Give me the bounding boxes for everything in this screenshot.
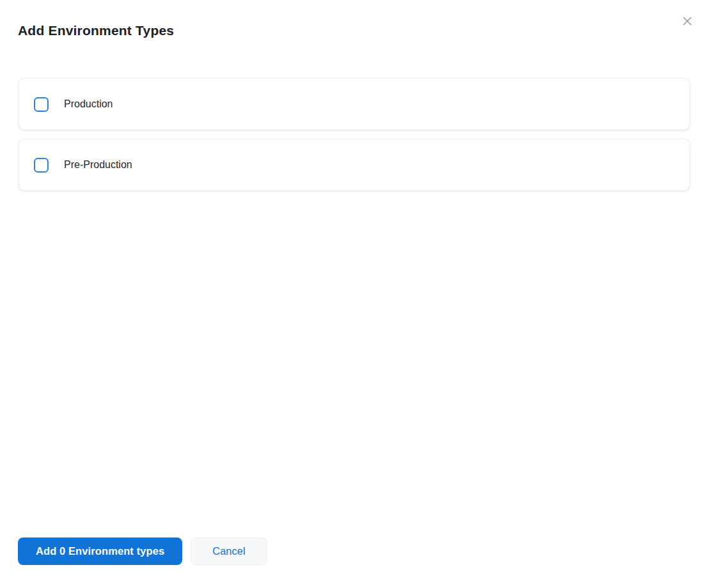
add-environment-types-button[interactable]: Add 0 Environment types xyxy=(18,538,182,565)
dialog-title: Add Environment Types xyxy=(18,23,174,38)
list-item-pre-production[interactable]: Pre-Production xyxy=(19,139,689,190)
production-checkbox[interactable] xyxy=(34,97,49,112)
close-icon xyxy=(680,13,695,29)
pre-production-checkbox[interactable] xyxy=(34,158,49,173)
environment-type-list: Production Pre-Production xyxy=(19,79,689,190)
production-label: Production xyxy=(64,98,113,110)
list-item-production[interactable]: Production xyxy=(19,79,689,130)
pre-production-label: Pre-Production xyxy=(64,159,132,171)
close-button[interactable] xyxy=(678,12,697,31)
dialog-footer: Add 0 Environment types Cancel xyxy=(18,538,267,565)
cancel-button[interactable]: Cancel xyxy=(191,538,267,565)
add-environment-types-dialog: Add Environment Types Production Pre-Pro… xyxy=(0,0,711,588)
